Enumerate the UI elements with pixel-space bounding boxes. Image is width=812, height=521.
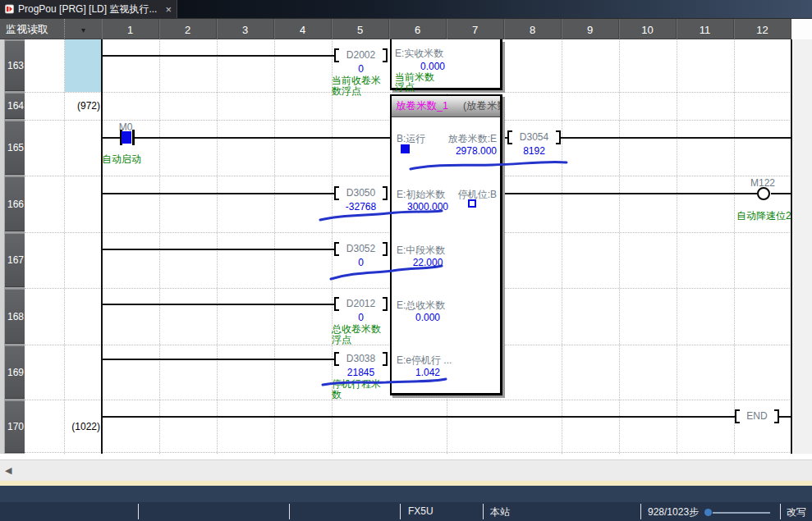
ladder-editor[interactable]: 163 164 165 166 167 168 169 170 (972) (1… <box>0 39 812 454</box>
col-header-1: 1 <box>102 19 159 40</box>
bracket-right-icon <box>383 242 388 256</box>
function-block-subtitle: (放卷米数 <box>463 99 500 113</box>
row-number-166[interactable]: 166 <box>5 176 25 231</box>
left-power-rail <box>101 39 103 454</box>
tab-progpou[interactable]: ProgPou [PRG] [LD] 监视执行... × <box>0 0 177 18</box>
monitor-value-d2012[interactable]: 0 <box>334 312 388 323</box>
grid-line <box>159 39 160 454</box>
status-separator <box>289 504 290 519</box>
fb-output-stopbit-off-state <box>468 199 476 208</box>
grid-line <box>619 39 620 454</box>
device-label: D3050 <box>339 187 383 199</box>
device-label: D3052 <box>339 243 383 255</box>
rung-line <box>779 416 791 418</box>
fb-input-stoptravel-value[interactable]: 1.042 <box>397 367 459 378</box>
coil-d2002[interactable]: D2002 <box>334 48 388 62</box>
monitor-value-d3038[interactable]: 21845 <box>334 367 388 378</box>
monitor-value-d2002[interactable]: 0 <box>334 63 388 75</box>
status-separator <box>400 504 401 519</box>
comment-m122: 自动降速位2 <box>736 211 799 222</box>
tab-close-icon[interactable]: × <box>165 3 172 16</box>
bracket-right-icon <box>774 409 779 423</box>
bracket-right-icon <box>383 297 388 311</box>
monitor-value-d3054[interactable]: 8192 <box>507 145 561 157</box>
grid-line <box>25 452 791 453</box>
monitor-value-d3052[interactable]: 0 <box>334 257 388 268</box>
fb-input-run-on-state <box>401 144 410 153</box>
grid-column-header: 监视读取 ▾ 1 2 3 4 5 6 7 8 9 10 11 12 <box>0 18 812 39</box>
status-zoom-slider-knob[interactable] <box>704 509 712 516</box>
monitor-value-d3050[interactable]: -32768 <box>334 201 388 213</box>
row-number-163[interactable]: 163 <box>5 40 25 91</box>
contact-m0[interactable] <box>132 130 135 145</box>
rung-line <box>102 416 735 418</box>
fb-input-initial-value[interactable]: 3000.000 <box>397 201 459 213</box>
end-instruction[interactable]: END <box>735 409 779 423</box>
rung-line <box>135 137 390 139</box>
status-plc-type: FX5U <box>408 505 434 517</box>
tab-bar: ProgPou [PRG] [LD] 监视执行... × <box>0 0 812 18</box>
fb-input-total-value[interactable]: 0.000 <box>397 312 459 323</box>
fb-input-stoptravel: E:e停机行 ... <box>397 354 452 366</box>
col-header-6: 6 <box>389 19 447 40</box>
device-label: D2002 <box>339 49 383 62</box>
rung-line <box>102 249 334 250</box>
col-header-11: 11 <box>677 19 734 40</box>
fb-pin-value[interactable]: 0.000 <box>395 61 470 72</box>
row-number-168[interactable]: 168 <box>5 289 25 344</box>
col-header-4: 4 <box>274 19 332 40</box>
rung-line <box>559 137 791 139</box>
step-label-1022: (1022) <box>25 400 100 453</box>
coil-d3050[interactable]: D3050 <box>334 186 388 200</box>
coil-d3054[interactable]: D3054 <box>507 130 561 144</box>
rung-line <box>771 193 791 194</box>
col-header-9: 9 <box>562 19 619 40</box>
fb-output-meters-value[interactable]: 2978.000 <box>415 145 497 157</box>
row-number-165[interactable]: 165 <box>5 121 25 175</box>
device-label: D2012 <box>339 298 383 310</box>
plc-editor-window: ProgPou [PRG] [LD] 监视执行... × 监视读取 ▾ 1 2 … <box>0 0 812 521</box>
coil-d2012[interactable]: D2012 <box>334 297 388 311</box>
function-block-title: 放卷米数_1 <box>396 99 448 113</box>
status-step-count: 928/1023步 <box>648 505 699 519</box>
header-filler <box>791 19 812 40</box>
coil-d3052[interactable]: D3052 <box>334 242 388 256</box>
status-zoom-slider-track[interactable] <box>713 512 770 514</box>
row-number-164[interactable]: 164 <box>5 93 25 119</box>
col-header-2: 2 <box>159 19 217 40</box>
row-number-170[interactable]: 170 <box>5 400 25 453</box>
editor-bottom-gap <box>0 454 812 459</box>
row-number-169[interactable]: 169 <box>5 345 25 399</box>
step-label-972: (972) <box>25 93 100 119</box>
program-file-icon <box>5 3 14 15</box>
bracket-right-icon <box>556 130 561 144</box>
row-number-167[interactable]: 167 <box>5 233 25 287</box>
rung-line <box>102 304 334 305</box>
status-station: 本站 <box>490 505 510 519</box>
fb-output-stopbit: 停机位:B <box>415 189 497 200</box>
coil-d3038[interactable]: D3038 <box>334 352 388 366</box>
status-separator <box>483 504 484 519</box>
end-label: END <box>740 410 774 423</box>
status-bar: FX5U 本站 928/1023步 改写 <box>0 502 812 521</box>
function-block-header: 放卷米数_1 (放卷米数 <box>392 96 500 117</box>
col-header-10: 10 <box>619 19 677 40</box>
device-label: D3038 <box>339 353 383 365</box>
scroll-left-arrow-icon[interactable]: ◀ <box>5 465 11 476</box>
function-block-previous[interactable]: E:实收米数 0.000 当前米数浮点 <box>390 39 502 90</box>
grid-line <box>217 39 218 454</box>
comment-m0: 自动启动 <box>102 154 141 165</box>
grid-line <box>274 39 275 454</box>
status-write-mode: 改写 <box>787 505 806 519</box>
horizontal-scrollbar[interactable]: ◀ <box>0 459 812 481</box>
fb-input-middle-value[interactable]: 22.000 <box>397 257 459 268</box>
grid-line <box>562 39 562 454</box>
right-margin <box>793 39 812 454</box>
status-separator <box>640 504 641 519</box>
device-label: D3054 <box>512 131 556 144</box>
col-header-5: 5 <box>332 19 389 40</box>
function-block-fangjuan[interactable]: 放卷米数_1 (放卷米数 B:运行 放卷米数:E 2978.000 E:初始米数… <box>390 94 502 395</box>
coil-m122[interactable] <box>757 187 770 200</box>
monitor-read-dropdown[interactable]: ▾ <box>64 19 102 40</box>
status-separator <box>780 504 781 519</box>
